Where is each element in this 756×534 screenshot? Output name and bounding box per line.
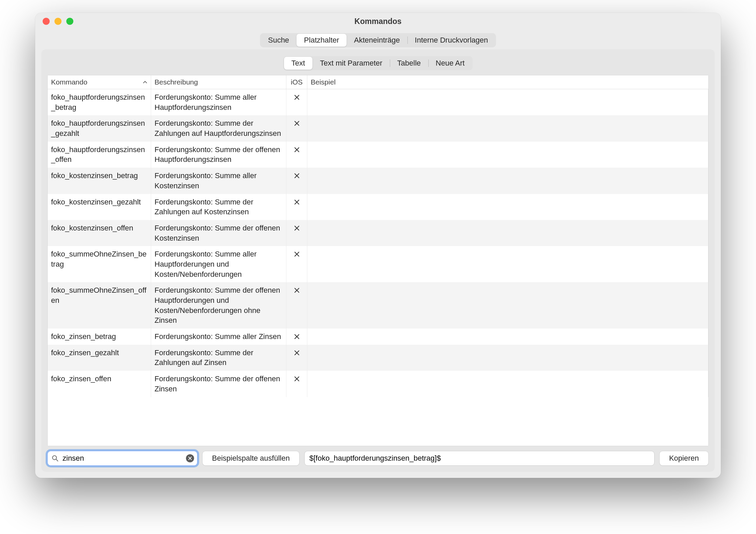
cell-beschreibung: Forderungskonto: Summe der Zahlungen auf… — [151, 115, 286, 141]
col-kommando-label: Kommando — [51, 78, 87, 86]
cell-beschreibung: Forderungskonto: Summe aller Zinsen — [151, 329, 286, 345]
bottom-toolbar: Beispielspalte ausfüllen Kopieren — [47, 451, 709, 466]
cell-ios — [286, 246, 307, 282]
cell-beschreibung: Forderungskonto: Summe aller Hauptforder… — [151, 246, 286, 282]
result-input[interactable] — [304, 451, 655, 466]
cell-ios — [286, 89, 307, 115]
table-row[interactable]: foko_kostenzinsen_offenForderungskonto: … — [48, 220, 708, 246]
x-icon — [294, 374, 300, 380]
primary-tabs: SuchePlatzhalterAkteneinträgeInterne Dru… — [35, 30, 721, 49]
col-ios-label: iOS — [291, 78, 303, 86]
cell-beispiel — [307, 142, 708, 168]
cell-beschreibung: Forderungskonto: Summe der offenen Haupt… — [151, 282, 286, 329]
cell-beschreibung: Forderungskonto: Summe der offenen Koste… — [151, 220, 286, 246]
x-icon — [294, 249, 300, 255]
clear-search-button[interactable] — [186, 454, 194, 462]
col-beschreibung[interactable]: Beschreibung — [151, 75, 286, 89]
col-beispiel[interactable]: Beispiel — [307, 75, 708, 89]
cell-ios — [286, 142, 307, 168]
subtab-text[interactable]: Text — [284, 57, 312, 70]
cell-beschreibung: Forderungskonto: Summe der Zahlungen auf… — [151, 345, 286, 371]
cell-ios — [286, 345, 307, 371]
tab-suche[interactable]: Suche — [261, 34, 297, 47]
table-row[interactable]: foko_kostenzinsen_betragForderungskonto:… — [48, 168, 708, 194]
tab-akteneinträge[interactable]: Akteneinträge — [347, 34, 407, 47]
cell-beispiel — [307, 329, 708, 345]
table-header: Kommando Beschreibung iOS Beispiel — [48, 75, 708, 89]
cell-ios — [286, 194, 307, 220]
window-title: Kommandos — [35, 17, 721, 26]
minimize-button[interactable] — [54, 18, 62, 25]
cell-kommando: foko_hauptforderungszinsen_betrag — [48, 89, 151, 115]
table-row[interactable]: foko_summeOhneZinsen_offenForderungskont… — [48, 282, 708, 329]
cell-beispiel — [307, 371, 708, 397]
tab-interne-druckvorlagen[interactable]: Interne Druckvorlagen — [407, 34, 495, 47]
x-icon — [294, 348, 300, 354]
table-body[interactable]: foko_hauptforderungszinsen_betragForderu… — [48, 89, 708, 446]
cell-kommando: foko_kostenzinsen_betrag — [48, 168, 151, 194]
table-row[interactable]: foko_zinsen_offenForderungskonto: Summe … — [48, 371, 708, 397]
table-row[interactable]: foko_hauptforderungszinsen_offenForderun… — [48, 142, 708, 168]
col-beschreibung-label: Beschreibung — [155, 78, 198, 86]
cell-ios — [286, 282, 307, 329]
cell-beispiel — [307, 194, 708, 220]
x-icon — [294, 197, 300, 203]
cell-beispiel — [307, 168, 708, 194]
cell-kommando: foko_zinsen_betrag — [48, 329, 151, 345]
search-input[interactable] — [47, 451, 197, 466]
cell-kommando: foko_hauptforderungszinsen_gezahlt — [48, 115, 151, 141]
cell-kommando: foko_summeOhneZinsen_offen — [48, 282, 151, 329]
x-icon — [294, 286, 300, 291]
tab-platzhalter[interactable]: Platzhalter — [297, 34, 347, 47]
zoom-button[interactable] — [66, 18, 73, 25]
cell-beispiel — [307, 246, 708, 282]
cell-ios — [286, 220, 307, 246]
cell-kommando: foko_kostenzinsen_gezahlt — [48, 194, 151, 220]
cell-beispiel — [307, 89, 708, 115]
cell-kommando: foko_zinsen_gezahlt — [48, 345, 151, 371]
subtab-tabelle[interactable]: Tabelle — [390, 57, 428, 70]
col-ios[interactable]: iOS — [286, 75, 307, 89]
cell-beispiel — [307, 282, 708, 329]
search-icon — [51, 455, 59, 462]
x-icon — [294, 223, 300, 229]
subtab-text-mit-parameter[interactable]: Text mit Parameter — [312, 57, 390, 70]
cell-kommando: foko_summeOhneZinsen_betrag — [48, 246, 151, 282]
cell-beispiel — [307, 345, 708, 371]
table-row[interactable]: foko_hauptforderungszinsen_gezahltForder… — [48, 115, 708, 141]
cell-ios — [286, 168, 307, 194]
search-box — [47, 451, 197, 466]
close-button[interactable] — [43, 18, 50, 25]
svg-line-23 — [56, 459, 58, 461]
col-beispiel-label: Beispiel — [311, 78, 336, 86]
cell-beschreibung: Forderungskonto: Summe der offenen Zinse… — [151, 371, 286, 397]
secondary-tabs: TextText mit ParameterTabelleNeue Art — [47, 55, 709, 75]
cell-ios — [286, 115, 307, 141]
table-row[interactable]: foko_zinsen_gezahltForderungskonto: Summ… — [48, 345, 708, 371]
window: Kommandos SuchePlatzhalterAkteneinträgeI… — [35, 13, 721, 478]
table-row[interactable]: foko_kostenzinsen_gezahltForderungskonto… — [48, 194, 708, 220]
cell-beschreibung: Forderungskonto: Summe der Zahlungen auf… — [151, 194, 286, 220]
table-row[interactable]: foko_summeOhneZinsen_betragForderungskon… — [48, 246, 708, 282]
cell-kommando: foko_kostenzinsen_offen — [48, 220, 151, 246]
cell-beschreibung: Forderungskonto: Summe aller Kostenzinse… — [151, 168, 286, 194]
table-row[interactable]: foko_hauptforderungszinsen_betragForderu… — [48, 89, 708, 115]
commands-table: Kommando Beschreibung iOS Beispiel — [47, 75, 709, 446]
cell-ios — [286, 329, 307, 345]
col-kommando[interactable]: Kommando — [48, 75, 151, 89]
subtab-neue-art[interactable]: Neue Art — [428, 57, 472, 70]
table-row[interactable]: foko_zinsen_betragForderungskonto: Summe… — [48, 329, 708, 345]
cell-beispiel — [307, 220, 708, 246]
content-panel: TextText mit ParameterTabelleNeue Art Ko… — [41, 49, 715, 472]
x-icon — [294, 171, 300, 176]
x-icon — [294, 93, 300, 98]
cell-beschreibung: Forderungskonto: Summe aller Hauptforder… — [151, 89, 286, 115]
fill-example-button[interactable]: Beispielspalte ausfüllen — [202, 451, 300, 466]
titlebar: Kommandos — [35, 13, 721, 30]
window-controls — [43, 18, 73, 25]
cell-kommando: foko_hauptforderungszinsen_offen — [48, 142, 151, 168]
x-icon — [294, 119, 300, 124]
cell-ios — [286, 371, 307, 397]
copy-button[interactable]: Kopieren — [659, 451, 709, 466]
cell-beispiel — [307, 115, 708, 141]
